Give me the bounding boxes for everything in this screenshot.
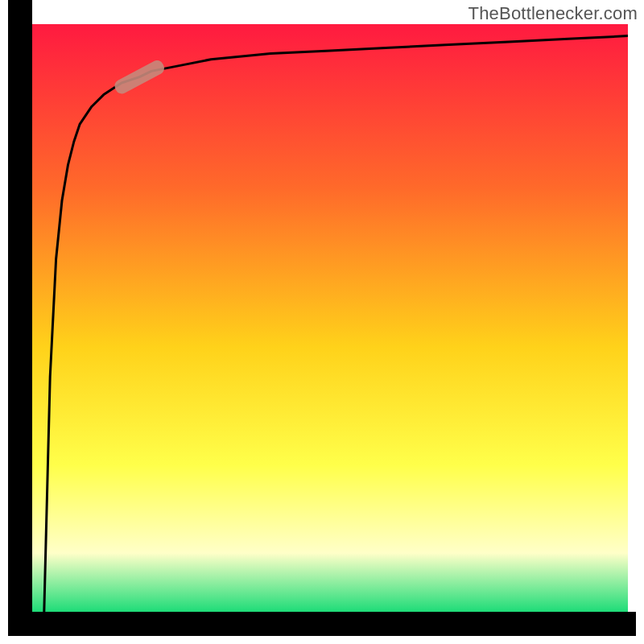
chart-svg xyxy=(0,0,644,644)
chart-container: TheBottlenecker.com xyxy=(0,0,644,644)
axis-left xyxy=(8,0,32,618)
axis-bottom xyxy=(8,612,636,636)
plot-background xyxy=(32,24,628,612)
watermark-label: TheBottlenecker.com xyxy=(469,3,638,24)
